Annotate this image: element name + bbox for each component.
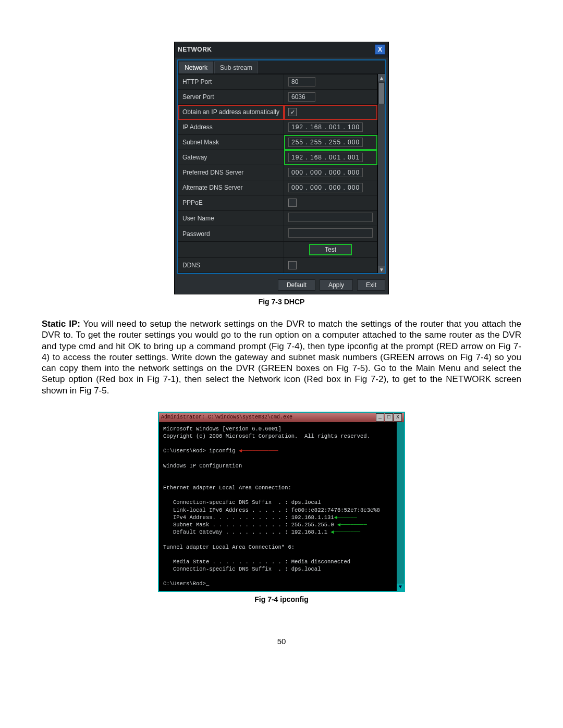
value-pdns[interactable]: 000 . 000 . 000 . 000 [288,168,363,177]
label-dhcp: Obtain an IP address automatically [178,105,284,120]
static-ip-label: Static IP: [42,319,80,329]
row-subnet: Subnet Mask 255 . 255 . 255 . 000 [178,135,377,150]
row-adns: Alternate DNS Server 000 . 000 . 000 . 0… [178,180,377,195]
cmd-scrollbar[interactable]: ▼ [397,422,404,591]
green-arrow-icon: ◄──────── [331,529,360,535]
row-ip: IP Address 192 . 168 . 001 . 100 [178,120,377,135]
scroll-thumb[interactable] [378,82,385,104]
dialog-footer: Default Apply Exit [175,276,388,294]
label-http-port: HTTP Port [178,75,284,90]
red-arrow-icon: ◄─────────── [239,448,278,454]
value-password[interactable] [288,228,373,238]
label-gateway: Gateway [178,150,284,165]
value-gateway[interactable]: 192 . 168 . 001 . 001 [288,153,363,162]
value-adns[interactable]: 000 . 000 . 000 . 000 [288,183,363,192]
default-button[interactable]: Default [278,279,315,291]
cmd-titlebar: Administrator: C:\Windows\system32\cmd.e… [159,413,404,422]
minimize-icon[interactable]: _ [376,413,384,422]
value-server-port[interactable]: 6036 [288,92,315,102]
green-arrow-icon: ◄────── [334,514,357,521]
label-ip: IP Address [178,120,284,135]
checkbox-ddns[interactable]: ✓ [288,261,297,269]
dialog-titlebar: NETWORK X [175,42,388,57]
row-username: User Name [178,211,377,226]
value-ip[interactable]: 192 . 168 . 001 . 100 [288,122,363,132]
test-button[interactable]: Test [309,244,352,255]
scroll-down-icon[interactable]: ▼ [397,584,404,591]
tab-substream[interactable]: Sub-stream [214,61,258,73]
static-ip-paragraph: Static IP: You will need to setup the ne… [42,318,521,396]
label-adns: Alternate DNS Server [178,180,284,195]
figure1-caption: Fig 7-3 DHCP [259,298,305,306]
static-ip-text: You will need to setup the network setti… [42,319,521,396]
label-pppoe: PPPoE [178,195,284,211]
value-username[interactable] [288,213,373,222]
row-dhcp: Obtain an IP address automatically ✓ [178,105,377,120]
network-settings-table: HTTP Port 80 Server Port 6036 Obtain an … [178,74,377,273]
label-ddns: DDNS [178,258,284,273]
row-http-port: HTTP Port 80 [178,75,377,90]
close-icon[interactable]: X [394,413,402,422]
label-subnet: Subnet Mask [178,135,284,150]
dialog-title: NETWORK [178,46,212,53]
scroll-down-icon[interactable]: ▼ [378,266,385,273]
cmd-title: Administrator: C:\Windows\system32\cmd.e… [161,414,292,420]
page-number: 50 [42,637,521,646]
maximize-icon[interactable]: □ [385,413,393,422]
checkbox-pppoe[interactable]: ✓ [288,199,297,207]
dvr-network-dialog: NETWORK X Network Sub-stream HTTP Port 8… [174,42,389,294]
exit-button[interactable]: Exit [357,279,385,291]
figure2-caption: Fig 7-4 ipconfig [254,595,308,603]
value-http-port[interactable]: 80 [288,77,315,87]
value-subnet[interactable]: 255 . 255 . 255 . 000 [288,138,363,147]
dialog-tabs: Network Sub-stream [178,60,385,74]
label-server-port: Server Port [178,90,284,105]
label-pdns: Preferred DNS Server [178,165,284,180]
label-password: Password [178,226,284,242]
row-server-port: Server Port 6036 [178,90,377,105]
green-arrow-icon: ◄──────── [337,522,367,528]
label-username: User Name [178,211,284,226]
dialog-scrollbar[interactable]: ▲ ▼ [377,74,385,273]
apply-button[interactable]: Apply [320,279,353,291]
cmd-window: Administrator: C:\Windows\system32\cmd.e… [158,412,405,592]
close-icon[interactable]: X [375,44,385,55]
cmd-output: Microsoft Windows [Version 6.0.6001] Cop… [159,422,397,591]
row-pppoe: PPPoE ✓ [178,195,377,211]
row-gateway: Gateway 192 . 168 . 001 . 001 [178,150,377,165]
row-password: Password [178,226,377,242]
row-ddns: DDNS ✓ [178,258,377,273]
row-test: Test [178,242,377,258]
checkbox-dhcp[interactable]: ✓ [288,108,297,116]
tab-network[interactable]: Network [179,61,213,73]
scroll-up-icon[interactable]: ▲ [378,74,385,81]
row-pdns: Preferred DNS Server 000 . 000 . 000 . 0… [178,165,377,180]
window-controls: _ □ X [375,413,402,422]
